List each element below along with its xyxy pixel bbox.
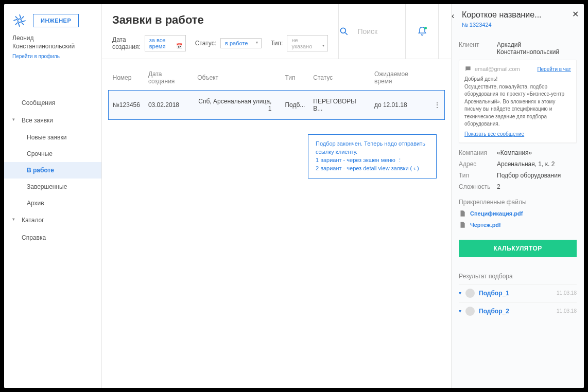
svg-point-1	[341, 28, 346, 33]
avatar	[465, 289, 475, 298]
col-number[interactable]: Номер	[109, 65, 144, 91]
file-item[interactable]: Спецификация.pdf	[459, 210, 577, 217]
chevron-down-icon: ▾	[459, 308, 461, 314]
filter-created-label: Дата создания:	[112, 36, 141, 50]
message-email: email@gmail.com	[475, 66, 534, 72]
table-row[interactable]: №123456 03.02.2018 Спб, Арсенальная улиц…	[109, 91, 445, 120]
nav-archive[interactable]: Архив	[4, 195, 101, 211]
sidebar: ИНЖЕНЕР Леонид Константинопольский Перей…	[4, 4, 102, 388]
cell-type: Подб...	[281, 91, 309, 120]
chat-icon	[464, 65, 472, 73]
cell-date: 03.02.2018	[144, 91, 193, 120]
detail-title: Короткое название...	[459, 10, 577, 20]
search-icon	[339, 26, 349, 37]
col-expected[interactable]: Ожидаемое время	[370, 65, 430, 91]
difficulty-value: 2	[497, 183, 577, 190]
nav-new-requests[interactable]: Новые заявки	[4, 129, 101, 146]
user-name: Леонид Константинопольский	[12, 34, 93, 50]
difficulty-label: Сложность	[459, 183, 497, 190]
col-type[interactable]: Тип	[281, 65, 309, 91]
nav-help[interactable]: Справка	[4, 229, 101, 246]
nav-in-work[interactable]: В работе	[4, 162, 101, 179]
message-body: Осуществите, пожалуйста, подбор оборудов…	[464, 83, 571, 128]
col-status[interactable]: Статус	[309, 65, 370, 91]
back-button[interactable]: ‹	[452, 11, 454, 21]
page-title: Заявки в работе	[112, 13, 328, 27]
client-label: Клиент	[459, 41, 497, 56]
result-item[interactable]: ▾ Подбор_2 11.03.18	[459, 302, 577, 320]
detail-number: № 1323424	[459, 22, 577, 28]
cell-status[interactable]: ПЕРЕГОВОРЫ В...	[309, 91, 370, 120]
filter-type-label: Тип:	[271, 40, 283, 47]
cell-expected: до 12.01.18	[370, 91, 430, 120]
profile-link[interactable]: Перейти в профиль	[12, 54, 60, 59]
company-label: Компания	[459, 149, 497, 156]
search-placeholder: Поиск	[349, 27, 405, 35]
avatar	[465, 307, 475, 316]
cell-object: Спб, Арсенальная улица, 1	[193, 91, 281, 120]
calendar-icon: 📅	[176, 43, 182, 49]
message-card: email@gmail.com Перейти в чат Добрый ден…	[459, 60, 577, 143]
search-box[interactable]: Поиск	[338, 4, 405, 59]
hint-tooltip: Подбор закончен. Теперь надо отправить с…	[308, 134, 437, 179]
address-value: Арсенальная, 1, к. 2	[497, 161, 577, 168]
col-object[interactable]: Объект	[193, 65, 281, 91]
nav-urgent[interactable]: Срочные	[4, 146, 101, 162]
cell-number: №123456	[109, 91, 144, 120]
filter-created-select[interactable]: за все время📅	[145, 35, 186, 51]
filter-status-select[interactable]: в работе	[220, 38, 262, 48]
nav-all-requests[interactable]: Все заявки	[4, 112, 101, 129]
address-label: Адрес	[459, 161, 497, 168]
type-label: Тип	[459, 172, 497, 179]
nav-catalog[interactable]: Каталог	[4, 211, 101, 229]
results-section-title: Результат подбора	[459, 273, 577, 280]
detail-panel: ‹ ✕ Короткое название... № 1323424 Клиен…	[451, 4, 584, 388]
chevron-down-icon: ▾	[459, 290, 461, 296]
file-icon	[459, 210, 466, 217]
requests-table: Номер Дата создания Объект Тип Статус Ож…	[108, 65, 445, 120]
logo-icon	[12, 13, 27, 28]
filter-status-label: Статус:	[195, 40, 216, 47]
notifications-button[interactable]	[405, 4, 438, 59]
filter-type-select[interactable]: не указано	[287, 35, 328, 51]
type-value: Подбор оборудования	[497, 172, 577, 179]
nav-messages[interactable]: Сообщения	[4, 94, 101, 112]
close-button[interactable]: ✕	[572, 9, 579, 19]
client-value: Аркадий Константинопольский	[497, 41, 577, 56]
role-badge: ИНЖЕНЕР	[33, 14, 79, 27]
file-icon	[459, 221, 466, 228]
result-item[interactable]: ▾ Подбор_1 11.03.18	[459, 284, 577, 302]
calculator-button[interactable]: КАЛЬКУЛЯТОР	[459, 240, 577, 257]
col-date[interactable]: Дата создания	[144, 65, 193, 91]
svg-line-2	[345, 33, 348, 35]
notification-dot	[424, 27, 427, 29]
file-item[interactable]: Чертеж.pdf	[459, 221, 577, 228]
company-value: «Компания»	[497, 149, 577, 156]
row-actions-button[interactable]: ⋮	[430, 91, 445, 120]
svg-point-0	[18, 19, 22, 23]
show-full-message-link[interactable]: Показать все сообщение	[464, 131, 524, 137]
goto-chat-link[interactable]: Перейти в чат	[537, 66, 571, 72]
files-section-title: Прикрепленные файлы	[459, 199, 577, 206]
message-greeting: Добрый день!	[464, 76, 571, 83]
nav-completed[interactable]: Завершенные	[4, 179, 101, 195]
